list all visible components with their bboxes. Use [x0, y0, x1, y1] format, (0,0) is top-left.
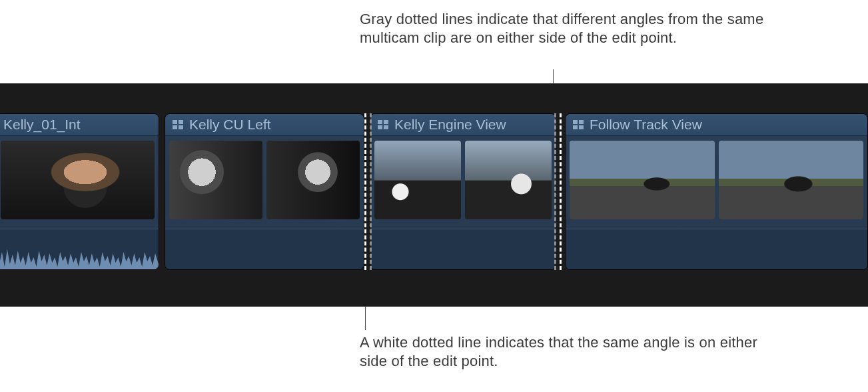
edit-point-gray-dotted [370, 113, 372, 270]
callout-gray-dotted: Gray dotted lines indicate that differen… [360, 10, 813, 47]
clip-thumbnail [465, 141, 552, 219]
clip-thumbnail [719, 141, 864, 219]
clip-thumbnail [570, 141, 715, 219]
clip-audio [165, 229, 364, 269]
clip-label: Kelly_01_Int [3, 117, 81, 133]
clip-label: Follow Track View [590, 117, 702, 133]
timeline-clip[interactable]: Kelly CU Left [165, 113, 364, 270]
timeline-clip[interactable]: Follow Track View [565, 113, 868, 270]
edit-point-white-dotted [560, 113, 562, 270]
edit-point-gray-dotted [554, 113, 556, 270]
clip-audio [370, 229, 556, 269]
edit-point-white-dotted [364, 113, 366, 270]
callout-white-dotted: A white dotted line indicates that the s… [360, 333, 759, 371]
timeline-clip[interactable]: Kelly Engine View [370, 113, 556, 270]
multicam-icon [377, 119, 389, 130]
clip-label: Kelly CU Left [189, 117, 271, 133]
audio-waveform [0, 237, 159, 269]
clip-thumbnail [1, 141, 155, 219]
multicam-icon [572, 119, 584, 130]
timeline-track[interactable]: Kelly_01_Int Kelly CU Left [0, 113, 868, 270]
clip-label: Kelly Engine View [394, 117, 506, 133]
clip-audio [0, 229, 159, 269]
clip-audio [566, 229, 867, 269]
clip-thumbnail [374, 141, 461, 219]
timeline-clip[interactable]: Kelly_01_Int [0, 113, 159, 270]
clip-thumbnail [266, 141, 360, 219]
leader-line [553, 69, 554, 84]
clip-thumbnail [169, 141, 262, 219]
multicam-icon [172, 119, 184, 130]
